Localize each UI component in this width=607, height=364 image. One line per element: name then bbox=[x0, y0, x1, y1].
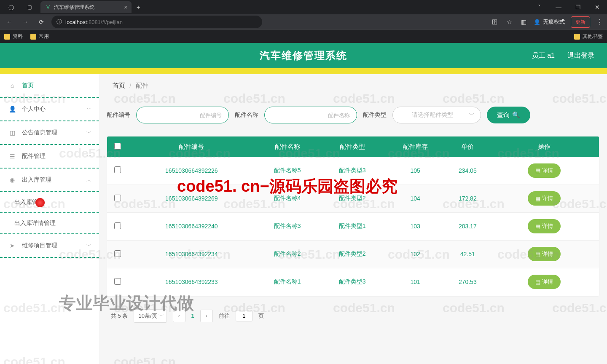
prev-page-button[interactable]: ‹ bbox=[173, 310, 185, 322]
cell-type: 配件类型2 bbox=[320, 185, 385, 212]
chevron-up-icon: ︿ bbox=[86, 177, 91, 184]
bookmarks-bar: 资料 常用 其他书签 bbox=[0, 29, 607, 43]
breadcrumb: 首页 / 配件 bbox=[99, 74, 607, 94]
bookmark-item[interactable]: 资料 bbox=[4, 33, 23, 40]
filter-type-select[interactable]: 请选择配件类型 ﹀ bbox=[392, 107, 481, 123]
filter-type-label: 配件类型 bbox=[363, 111, 387, 119]
breadcrumb-root[interactable]: 首页 bbox=[113, 82, 125, 89]
folder-icon bbox=[4, 34, 10, 40]
page-current[interactable]: 1 bbox=[191, 313, 194, 319]
new-tab-button[interactable]: + bbox=[132, 1, 144, 13]
sidebar-item-parts[interactable]: ☰ 配件管理 ﹀ bbox=[0, 145, 99, 169]
table-row: 1651030664392269配件名称4配件类型2104172.82▤ 详情 bbox=[107, 185, 599, 212]
menu-icon[interactable]: ⋮ bbox=[596, 17, 604, 27]
row-checkbox[interactable] bbox=[114, 222, 121, 229]
url-input[interactable]: ⓘ localhost:8081/#/peijian bbox=[51, 16, 262, 28]
doc-icon: ▤ bbox=[535, 251, 540, 257]
sidebar-item-notice[interactable]: ◫ 公告信息管理 ﹀ bbox=[0, 121, 99, 145]
chevron-down-icon: ﹀ bbox=[86, 106, 91, 113]
parts-table: 配件编号 配件名称 配件类型 配件库存 单价 操作 16510306643922… bbox=[107, 136, 599, 297]
chevron-down-icon: ﹀ bbox=[469, 111, 475, 119]
folder-icon bbox=[574, 34, 580, 40]
close-window-icon[interactable]: ✕ bbox=[588, 0, 607, 14]
info-icon: ⓘ bbox=[56, 18, 62, 26]
minimize-icon[interactable]: ― bbox=[549, 0, 568, 14]
maximize-icon[interactable]: ☐ bbox=[568, 0, 588, 14]
bookmark-item[interactable]: 常用 bbox=[30, 33, 49, 40]
goto-input[interactable] bbox=[236, 310, 252, 321]
app-header: 汽车维修管理系统 员工 a1 退出登录 bbox=[0, 43, 607, 68]
row-checkbox[interactable] bbox=[114, 250, 121, 257]
home-icon: ⌂ bbox=[8, 82, 16, 89]
cell-stock: 104 bbox=[385, 185, 446, 212]
close-icon[interactable]: × bbox=[124, 4, 127, 11]
panel-icon[interactable]: ▥ bbox=[519, 18, 528, 26]
chevron-down-icon: ﹀ bbox=[86, 242, 91, 249]
cell-type: 配件类型2 bbox=[320, 240, 385, 268]
select-all-checkbox[interactable] bbox=[114, 143, 121, 150]
cell-name: 配件名称5 bbox=[255, 157, 320, 185]
cell-stock: 103 bbox=[385, 212, 446, 240]
cell-id: 1651030664392233 bbox=[128, 268, 255, 296]
detail-button[interactable]: ▤ 详情 bbox=[528, 191, 561, 206]
update-button[interactable]: 更新 bbox=[571, 16, 590, 28]
table-row: 1651030664392240配件名称3配件类型1103203.17▤ 详情 bbox=[107, 212, 599, 240]
filter-name-input[interactable] bbox=[264, 107, 357, 123]
breadcrumb-current: 配件 bbox=[136, 82, 148, 89]
browser-chrome: ◯ ▢ V 汽车维修管理系统 × + ˅ ― ☐ ✕ ← → ⟳ ⓘ local… bbox=[0, 0, 607, 43]
cell-id: 1651030664392269 bbox=[128, 185, 255, 212]
star-icon[interactable]: ☆ bbox=[505, 18, 513, 26]
key-icon[interactable]: ⚿ bbox=[491, 18, 499, 26]
bulb-icon: ◉ bbox=[8, 176, 16, 184]
sidebar-item-repair[interactable]: ➤ 维修项目管理 ﹀ bbox=[0, 234, 99, 258]
cell-id: 1651030664392240 bbox=[128, 212, 255, 240]
filter-id-input[interactable] bbox=[136, 107, 229, 123]
detail-button[interactable]: ▤ 详情 bbox=[528, 163, 561, 178]
tab-1[interactable]: ◯ bbox=[3, 1, 21, 13]
user-label[interactable]: 员工 a1 bbox=[532, 51, 555, 60]
other-bookmarks[interactable]: 其他书签 bbox=[574, 33, 603, 40]
filter-id-label: 配件编号 bbox=[107, 111, 130, 119]
detail-button[interactable]: ▤ 详情 bbox=[528, 247, 561, 261]
filter-bar: 配件编号 🔍 配件名称 🔍 配件类型 请选择配件类型 ﹀ 查询 🔍 bbox=[99, 94, 607, 136]
user-icon: 👤 bbox=[8, 105, 16, 113]
page-size-select[interactable]: 10条/页 ﹀ bbox=[134, 309, 167, 323]
cell-name: 配件名称3 bbox=[255, 212, 320, 240]
doc-icon: ▤ bbox=[535, 195, 540, 202]
incognito-chip[interactable]: 👤无痕模式 bbox=[534, 18, 565, 26]
address-bar: ← → ⟳ ⓘ localhost:8081/#/peijian ⚿ ☆ ▥ 👤… bbox=[0, 14, 607, 29]
tab-2[interactable]: ▢ bbox=[22, 1, 40, 13]
sidebar-sub-inout-detail[interactable]: 出入库详情管理 bbox=[0, 213, 99, 234]
reload-button[interactable]: ⟳ bbox=[35, 16, 47, 28]
main-content: 首页 / 配件 配件编号 🔍 配件名称 🔍 配件类型 请选择配件类型 ﹀ bbox=[99, 74, 607, 364]
logout-link[interactable]: 退出登录 bbox=[567, 51, 594, 60]
forward-button[interactable]: → bbox=[19, 16, 31, 28]
doc-icon: ▤ bbox=[535, 279, 540, 285]
goto-label: 前往 bbox=[219, 312, 230, 320]
row-checkbox[interactable] bbox=[114, 278, 121, 285]
back-button[interactable]: ← bbox=[3, 16, 15, 28]
detail-button[interactable]: ▤ 详情 bbox=[528, 219, 561, 233]
cell-price: 203.17 bbox=[446, 212, 489, 240]
tab-active[interactable]: V 汽车维修管理系统 × bbox=[40, 1, 132, 13]
sidebar-item-personal[interactable]: 👤 个人中心 ﹀ bbox=[0, 98, 99, 121]
header-accent bbox=[0, 68, 607, 74]
cell-name: 配件名称4 bbox=[255, 185, 320, 212]
search-button[interactable]: 查询 🔍 bbox=[487, 107, 530, 123]
cell-price: 270.53 bbox=[446, 268, 489, 296]
row-checkbox[interactable] bbox=[114, 195, 121, 201]
detail-button[interactable]: ▤ 详情 bbox=[528, 275, 561, 289]
table-row: 1651030664392234配件名称2配件类型210242.51▤ 详情 bbox=[107, 240, 599, 268]
cell-stock: 102 bbox=[385, 240, 446, 268]
app-icon: ▢ bbox=[26, 4, 33, 11]
next-page-button[interactable]: › bbox=[200, 310, 213, 322]
page-root: code51.cn code51.cn code51.cn code51.cn … bbox=[0, 43, 607, 364]
row-checkbox[interactable] bbox=[114, 166, 121, 173]
sidebar-item-inout[interactable]: ◉ 出入库管理 ︿ bbox=[0, 169, 99, 192]
sidebar-item-home[interactable]: ⌂ 首页 bbox=[0, 74, 99, 98]
table-header: 配件编号 配件名称 配件类型 配件库存 单价 操作 bbox=[107, 136, 599, 157]
filter-name-label: 配件名称 bbox=[235, 111, 258, 119]
sidebar-sub-inout-mgmt[interactable]: 出入库管理 bbox=[0, 192, 99, 213]
vue-icon: V bbox=[45, 4, 51, 11]
chevron-down-icon[interactable]: ˅ bbox=[529, 0, 549, 14]
